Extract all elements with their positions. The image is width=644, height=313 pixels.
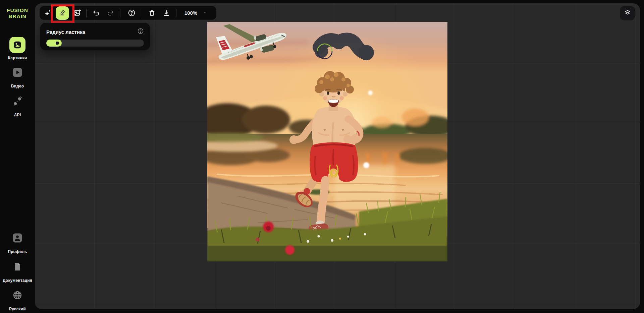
red-flower [285,245,294,255]
toolbar-divider [142,9,142,17]
eraser-radius-slider[interactable] [46,40,144,47]
delete-button[interactable] [145,6,159,20]
sidebar-item-label: API [0,113,35,117]
slider-handle[interactable] [56,42,59,45]
document-icon [12,261,23,273]
download-button[interactable] [160,6,173,20]
eraser-radius-popup: Радиус ластика [40,23,150,50]
sidebar-item-images[interactable]: Картинки [0,37,35,60]
toolbar-divider [120,9,120,17]
undo-icon [92,9,100,17]
zoom-value: 100% [184,10,197,16]
eraser-highlight-box [51,4,74,23]
download-icon [162,9,170,17]
image-icon [9,37,25,53]
video-icon [12,67,23,79]
slider-fill [46,40,62,47]
sunset-photo [207,22,447,261]
light-orb-sky [368,90,373,95]
popup-title: Радиус ластика [46,29,85,35]
brand-logo[interactable]: FUSION BRAIN [0,7,35,19]
help-circle-icon [127,9,136,17]
redo-button[interactable] [104,6,117,20]
redo-icon [106,9,114,17]
sidebar-item-label: Документация [0,278,35,283]
plug-icon [12,96,23,108]
toolbar-divider [86,9,87,17]
sidebar-item-docs[interactable]: Документация [0,259,35,283]
undo-button[interactable] [90,6,103,20]
sidebar-item-api[interactable]: API [0,94,35,117]
globe-icon [12,290,23,302]
light-orb-water [363,162,369,168]
sidebar-item-label: Профиль [0,249,35,254]
help-button[interactable] [124,6,139,20]
sidebar-item-label: Картинки [0,56,35,60]
zoom-control[interactable]: 100% [180,6,211,20]
canvas-image[interactable] [207,22,447,261]
help-circle-icon[interactable] [137,28,144,36]
sidebar-item-language[interactable]: Русский [0,288,35,311]
layers-icon [624,9,631,17]
layers-button[interactable] [620,6,635,20]
brand-line1: FUSION [0,7,35,13]
trash-icon [148,9,156,17]
sidebar: FUSION BRAIN Картинки Видео [0,0,35,313]
sidebar-item-profile[interactable]: Профиль [0,231,35,254]
sidebar-item-label: Видео [0,84,35,88]
sidebar-item-label: Русский [0,307,35,311]
brand-line2: BRAIN [0,13,35,19]
profile-icon [12,232,23,245]
sidebar-item-video[interactable]: Видео [0,65,35,88]
chevron-down-icon [203,10,207,16]
toolbar-divider [176,9,176,17]
